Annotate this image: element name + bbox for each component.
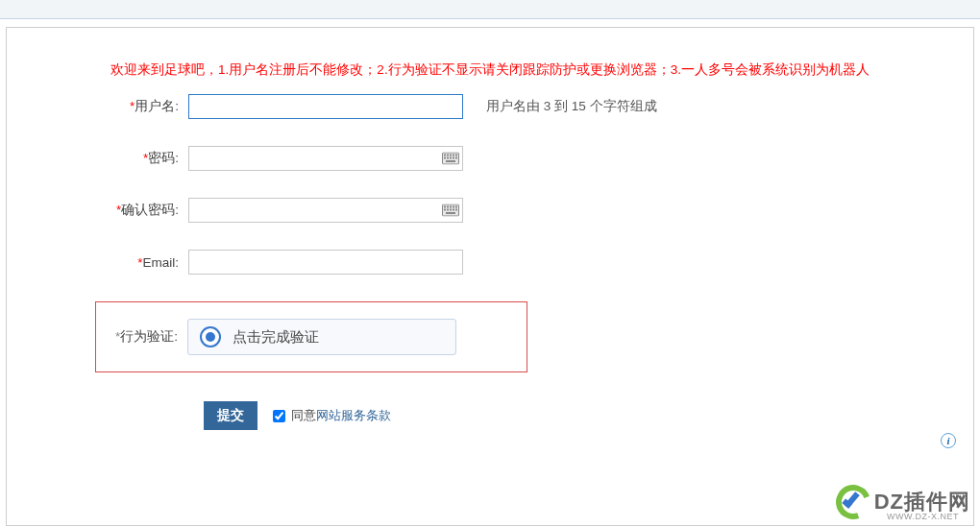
row-confirm-password: *确认密码: <box>7 198 973 223</box>
submit-row: 提交 同意网站服务条款 <box>7 401 973 430</box>
submit-button[interactable]: 提交 <box>204 401 257 430</box>
verify-box: *行为验证: 点击完成验证 <box>95 301 527 372</box>
notice-text: 欢迎来到足球吧，1.用户名注册后不能修改；2.行为验证不显示请关闭跟踪防护或更换… <box>7 28 973 94</box>
username-hint: 用户名由 3 到 15 个字符组成 <box>467 98 657 115</box>
watermark-logo-icon <box>836 485 870 519</box>
watermark: DZ插件网 WWW.DZ-X.NET <box>836 485 970 519</box>
captcha-text: 点击完成验证 <box>233 328 319 347</box>
row-email: *Email: <box>7 250 973 275</box>
label-confirm: *确认密码: <box>49 202 188 219</box>
watermark-sub: WWW.DZ-X.NET <box>887 512 959 521</box>
registration-form: 欢迎来到足球吧，1.用户名注册后不能修改；2.行为验证不显示请关闭跟踪防护或更换… <box>6 27 974 526</box>
agree-label: 同意网站服务条款 <box>291 407 391 424</box>
info-icon[interactable]: i <box>941 433 956 448</box>
label-username: *用户名: <box>49 98 188 115</box>
terms-link[interactable]: 网站服务条款 <box>316 408 391 422</box>
password-input[interactable] <box>188 146 463 171</box>
label-password: *密码: <box>49 150 188 167</box>
label-email: *Email: <box>49 255 188 270</box>
username-input[interactable] <box>188 94 463 119</box>
label-verify: *行为验证: <box>96 328 187 346</box>
captcha-radio-icon <box>200 326 221 347</box>
email-input[interactable] <box>188 250 463 275</box>
row-username: *用户名: 用户名由 3 到 15 个字符组成 <box>7 94 973 119</box>
captcha-button[interactable]: 点击完成验证 <box>187 319 456 355</box>
confirm-password-input[interactable] <box>188 198 463 223</box>
header-bar <box>0 0 980 19</box>
agree-checkbox[interactable] <box>273 410 285 422</box>
row-password: *密码: <box>7 146 973 171</box>
